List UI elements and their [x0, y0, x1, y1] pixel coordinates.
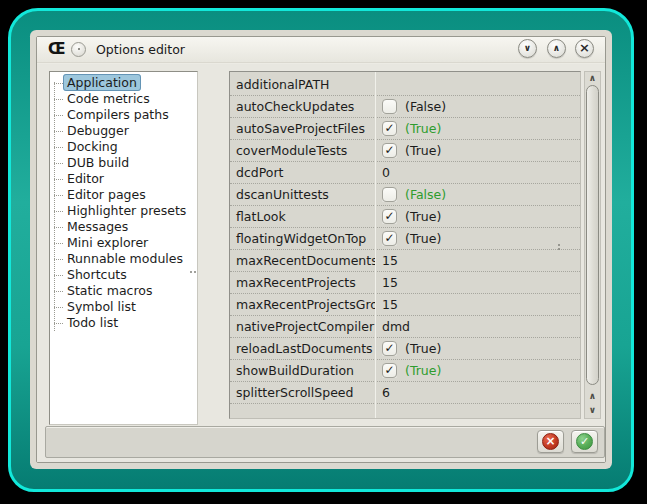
property-name: showBuildDuration	[230, 363, 375, 378]
options-editor-dialog: Œ Options editor ∨ ∧ × ApplicationCode m…	[36, 36, 606, 463]
checkbox-checked[interactable]: ✓	[382, 209, 397, 224]
property-name: coverModuleTests	[230, 143, 375, 158]
property-row-autoCheckUpdates[interactable]: autoCheckUpdates(False)	[230, 96, 580, 118]
sidebar-item-editor[interactable]: Editor	[50, 171, 197, 187]
sidebar-item-docking[interactable]: Docking	[50, 139, 197, 155]
sidebar-item-label: Highlighter presets	[67, 203, 186, 218]
scrollbar-thumb[interactable]	[586, 85, 599, 385]
property-row-reloadLastDocuments[interactable]: reloadLastDocuments✓(True)	[230, 338, 580, 360]
bool-value-label: (False)	[405, 187, 446, 202]
property-name: flatLook	[230, 209, 375, 224]
sidebar-item-messages[interactable]: Messages	[50, 219, 197, 235]
sidebar-item-label: DUB build	[67, 155, 129, 170]
property-row-additionalPATH[interactable]: additionalPATH	[230, 74, 580, 96]
footer-bar: × ✓	[45, 426, 605, 458]
property-value: 15	[375, 275, 580, 290]
checkbox-checked[interactable]: ✓	[382, 121, 397, 136]
property-grid: additionalPATHautoCheckUpdates(False)aut…	[229, 71, 581, 419]
property-row-dcdPort[interactable]: dcdPort0	[230, 162, 580, 184]
minimize-button[interactable]: ∨	[518, 39, 537, 58]
sidebar-item-editor-pages[interactable]: Editor pages	[50, 187, 197, 203]
value-text[interactable]: 6	[382, 385, 390, 400]
menu-dot-icon	[78, 48, 80, 50]
property-name: maxRecentProjects	[230, 275, 375, 290]
bool-value-label: (True)	[405, 363, 441, 378]
sidebar-item-label: Application	[63, 74, 141, 91]
category-tree: ApplicationCode metricsCompilers pathsDe…	[49, 71, 198, 425]
property-row-splitterScrollSpeed[interactable]: splitterScrollSpeed6	[230, 382, 580, 404]
bool-value-label: (True)	[405, 341, 441, 356]
sidebar-item-compilers-paths[interactable]: Compilers paths	[50, 107, 197, 123]
scroll-down-icon[interactable]: ∨	[585, 404, 600, 417]
property-row-maxRecentProjectsGrou[interactable]: maxRecentProjectsGrou15	[230, 294, 580, 316]
property-row-flatLook[interactable]: flatLook✓(True)	[230, 206, 580, 228]
value-text[interactable]: 15	[382, 275, 398, 290]
sidebar-item-code-metrics[interactable]: Code metrics	[50, 91, 197, 107]
value-text[interactable]: 0	[382, 165, 390, 180]
property-name: maxRecentProjectsGrou	[230, 297, 375, 312]
grid-column-separator[interactable]	[375, 72, 376, 418]
property-value: ✓(True)	[375, 231, 580, 246]
scroll-up-icon[interactable]: ∧	[585, 390, 600, 403]
property-row-floatingWidgetOnTop[interactable]: floatingWidgetOnTop✓(True)	[230, 228, 580, 250]
property-row-maxRecentDocuments[interactable]: maxRecentDocuments15	[230, 250, 580, 272]
chevron-up-icon: ∧	[548, 40, 565, 57]
sidebar-item-shortcuts[interactable]: Shortcuts	[50, 267, 197, 283]
accept-button[interactable]: ✓	[571, 430, 598, 453]
vertical-scrollbar[interactable]: ∧ ∧ ∨	[584, 71, 601, 419]
sidebar-item-highlighter-presets[interactable]: Highlighter presets	[50, 203, 197, 219]
cancel-button[interactable]: ×	[537, 430, 564, 453]
sidebar-item-mini-explorer[interactable]: Mini explorer	[50, 235, 197, 251]
property-name: nativeProjectCompiler	[230, 319, 375, 334]
value-text[interactable]: 15	[382, 297, 398, 312]
property-value: ✓(True)	[375, 121, 580, 136]
value-text[interactable]: 15	[382, 253, 398, 268]
sidebar-item-application[interactable]: Application	[50, 75, 197, 91]
checkbox-checked[interactable]: ✓	[382, 143, 397, 158]
sidebar-item-label: Mini explorer	[67, 235, 148, 250]
close-icon: ×	[576, 40, 593, 56]
property-value: ✓(True)	[375, 363, 580, 378]
property-row-coverModuleTests[interactable]: coverModuleTests✓(True)	[230, 140, 580, 162]
checkbox-unchecked[interactable]	[382, 99, 397, 114]
splitter-grip[interactable]	[189, 258, 197, 277]
checkbox-checked[interactable]: ✓	[382, 231, 397, 246]
sidebar-item-label: Debugger	[67, 123, 129, 138]
bool-value-label: (True)	[405, 143, 441, 158]
close-button[interactable]: ×	[575, 39, 594, 58]
sidebar-item-debugger[interactable]: Debugger	[50, 123, 197, 139]
value-text[interactable]: dmd	[382, 319, 410, 334]
scroll-up-icon[interactable]: ∧	[585, 72, 600, 85]
property-row-showBuildDuration[interactable]: showBuildDuration✓(True)	[230, 360, 580, 382]
checkbox-checked[interactable]: ✓	[382, 341, 397, 356]
sidebar-item-label: Static macros	[67, 283, 152, 298]
window-title: Options editor	[96, 37, 185, 63]
titlebar[interactable]: Œ Options editor ∨ ∧ ×	[37, 37, 605, 63]
sidebar-item-symbol-list[interactable]: Symbol list	[50, 299, 197, 315]
sidebar-item-label: Compilers paths	[67, 107, 169, 122]
property-value: 15	[375, 297, 580, 312]
sidebar-item-runnable-modules[interactable]: Runnable modules	[50, 251, 197, 267]
category-list: ApplicationCode metricsCompilers pathsDe…	[50, 72, 197, 331]
sidebar-item-label: Docking	[67, 139, 118, 154]
property-name: floatingWidgetOnTop	[230, 231, 375, 246]
checkbox-checked[interactable]: ✓	[382, 363, 397, 378]
property-row-autoSaveProjectFiles[interactable]: autoSaveProjectFiles✓(True)	[230, 118, 580, 140]
sidebar-item-label: Shortcuts	[67, 267, 127, 282]
property-row-nativeProjectCompiler[interactable]: nativeProjectCompilerdmd	[230, 316, 580, 338]
property-row-dscanUnittests[interactable]: dscanUnittests(False)	[230, 184, 580, 206]
sidebar-item-dub-build[interactable]: DUB build	[50, 155, 197, 171]
splitter-grip-right[interactable]	[556, 242, 562, 252]
maximize-button[interactable]: ∧	[547, 39, 566, 58]
property-name: maxRecentDocuments	[230, 253, 375, 268]
sidebar-item-static-macros[interactable]: Static macros	[50, 283, 197, 299]
property-value: ✓(True)	[375, 341, 580, 356]
window-menu-button[interactable]	[71, 42, 86, 57]
property-rows: additionalPATHautoCheckUpdates(False)aut…	[230, 72, 580, 404]
sidebar-item-label: Symbol list	[67, 299, 136, 314]
bool-value-label: (False)	[405, 99, 446, 114]
property-name: autoCheckUpdates	[230, 99, 375, 114]
property-row-maxRecentProjects[interactable]: maxRecentProjects15	[230, 272, 580, 294]
sidebar-item-todo-list[interactable]: Todo list	[50, 315, 197, 331]
checkbox-unchecked[interactable]	[382, 187, 397, 202]
